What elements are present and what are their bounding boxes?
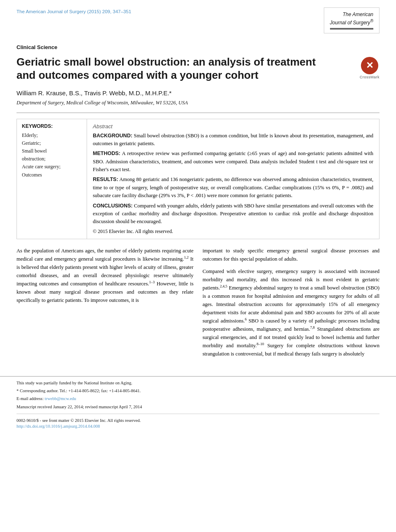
journal-logo: The American Journal of Surgery® bbox=[324, 7, 380, 33]
email-label: E-mail address: bbox=[16, 396, 45, 401]
footer-corresponding: * Corresponding author. Tel.: +1-414-805… bbox=[16, 388, 380, 394]
footer-copyright: 0002-9610/$ - see front matter © 2015 El… bbox=[16, 417, 380, 424]
list-item: Outcomes bbox=[22, 171, 82, 179]
list-item: Small bowel bbox=[22, 147, 82, 155]
affiliation: Department of Surgery, Medical College o… bbox=[16, 100, 380, 106]
keywords-abstract-box: KEYWORDS: Elderly; Geriatric; Small bowe… bbox=[16, 119, 380, 239]
list-item: obstruction; bbox=[22, 155, 82, 163]
methods-label: METHODS: bbox=[93, 151, 120, 156]
footer-section: This study was partially funded by the N… bbox=[0, 376, 396, 428]
list-item: Acute care surgery; bbox=[22, 163, 82, 171]
methods-text: A retrospective review was performed com… bbox=[93, 151, 373, 172]
title-area: Geriatric small bowel obstruction: an an… bbox=[16, 55, 380, 89]
crossmark-circle: ✕ bbox=[361, 57, 378, 74]
ref-1-2: 1,2 bbox=[184, 255, 189, 259]
keywords-title: KEYWORDS: bbox=[22, 123, 82, 129]
keyword-list: Elderly; Geriatric; Small bowel obstruct… bbox=[22, 132, 82, 179]
list-item: Geriatric; bbox=[22, 139, 82, 147]
main-content: Clinical Science Geriatric small bowel o… bbox=[0, 38, 396, 370]
body-para-1: As the population of Americans ages, the… bbox=[16, 247, 193, 304]
abstract-copyright: © 2015 Elsevier Inc. All rights reserved… bbox=[93, 228, 373, 235]
ref-2-4-5: 2,4,5 bbox=[220, 284, 227, 288]
body-para-2: important to study specific emergency ge… bbox=[203, 247, 380, 263]
footer-manuscript: Manuscript received January 22, 2014; re… bbox=[16, 404, 380, 410]
background-label: BACKGROUND: bbox=[93, 133, 132, 139]
footer-divider bbox=[16, 414, 380, 414]
conclusions-label: CONCLUSIONS: bbox=[93, 203, 133, 209]
top-bar: The American Journal of Surgery (2015) 2… bbox=[0, 0, 396, 38]
body-col-left: As the population of Americans ages, the… bbox=[16, 247, 193, 362]
abstract-title: Abstract bbox=[93, 123, 373, 129]
body-para-3: Compared with elective surgery, emergenc… bbox=[203, 267, 380, 358]
body-columns: As the population of Americans ages, the… bbox=[16, 247, 380, 362]
logo-underline2 bbox=[330, 29, 373, 30]
journal-citation: The American Journal of Surgery (2015) 2… bbox=[16, 7, 131, 14]
footer-funding: This study was partially funded by the N… bbox=[16, 380, 380, 386]
results-label: RESULTS: bbox=[93, 177, 118, 182]
keywords-col: KEYWORDS: Elderly; Geriatric; Small bowe… bbox=[17, 119, 87, 239]
authors: William R. Krause, B.S., Travis P. Webb,… bbox=[16, 89, 380, 97]
abstract-results: RESULTS: Among 80 geriatric and 136 nong… bbox=[93, 176, 373, 200]
background-text: Small bowel obstruction (SBO) is a commo… bbox=[93, 133, 373, 146]
abstract-methods: METHODS: A retrospective review was perf… bbox=[93, 150, 373, 174]
crossmark: ✕ CrossMark bbox=[360, 57, 380, 79]
doi-link[interactable]: http://dx.doi.org/10.1016/j.amjsurg.2014… bbox=[16, 424, 100, 428]
ref-1-3: 1–3 bbox=[149, 280, 155, 284]
body-col-right: important to study specific emergency ge… bbox=[203, 247, 380, 362]
article-title: Geriatric small bowel obstruction: an an… bbox=[16, 55, 322, 82]
footer-doi[interactable]: http://dx.doi.org/10.1016/j.amjsurg.2014… bbox=[16, 424, 380, 428]
logo-underline1 bbox=[330, 28, 373, 29]
ref-8-10: 8–10 bbox=[257, 342, 264, 346]
list-item: Elderly; bbox=[22, 132, 82, 139]
footer-email: E-mail address: trwebb@mcw.edu bbox=[16, 395, 380, 402]
page: The American Journal of Surgery (2015) 2… bbox=[0, 0, 396, 532]
abstract-col: Abstract BACKGROUND: Small bowel obstruc… bbox=[87, 119, 379, 239]
conclusions-text: Compared with younger adults, elderly pa… bbox=[93, 203, 373, 225]
crossmark-x: ✕ bbox=[366, 61, 373, 70]
email-link[interactable]: trwebb@mcw.edu bbox=[45, 396, 76, 401]
abstract-conclusions: CONCLUSIONS: Compared with younger adult… bbox=[93, 202, 373, 226]
abstract-background: BACKGROUND: Small bowel obstruction (SBO… bbox=[93, 132, 373, 148]
divider-1 bbox=[16, 113, 380, 113]
ref-6: 6 bbox=[245, 317, 247, 321]
author-names: William R. Krause, B.S., Travis P. Webb,… bbox=[16, 89, 172, 97]
ref-7-8: 7,8 bbox=[310, 325, 315, 330]
section-label: Clinical Science bbox=[16, 44, 380, 50]
crossmark-label: CrossMark bbox=[360, 75, 380, 79]
logo-line2: Journal of Surgery® bbox=[330, 18, 373, 26]
results-text: Among 80 geriatric and 136 nongeriatric … bbox=[93, 177, 373, 198]
logo-line1: The American bbox=[330, 11, 373, 18]
